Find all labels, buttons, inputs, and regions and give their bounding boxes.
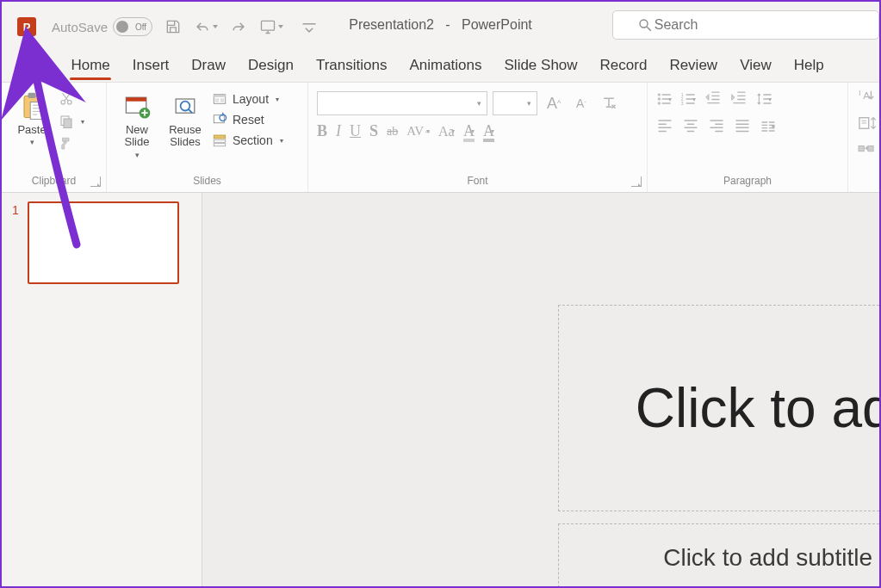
tab-transitions[interactable]: Transitions: [305, 52, 399, 82]
format-painter-button[interactable]: [59, 136, 84, 152]
undo-button[interactable]: [194, 18, 218, 35]
tab-design[interactable]: Design: [237, 52, 305, 82]
align-left-button[interactable]: [656, 117, 673, 136]
columns-button[interactable]: ▾: [760, 119, 775, 134]
search-input[interactable]: [655, 17, 878, 33]
save-icon[interactable]: [164, 18, 182, 35]
reset-button[interactable]: Reset: [212, 112, 283, 127]
svg-rect-19: [220, 98, 225, 102]
tab-home[interactable]: Home: [59, 52, 121, 82]
title-placeholder[interactable]: Click to add: [558, 305, 879, 511]
workspace: 1 Click to add Click to add subtitle: [2, 193, 879, 586]
autosave-toggle[interactable]: Off: [113, 17, 152, 36]
subtitle-placeholder[interactable]: Click to add subtitle: [558, 523, 879, 586]
layout-icon: [212, 91, 227, 107]
grow-font-button[interactable]: A^: [543, 92, 565, 115]
tab-record[interactable]: Record: [589, 52, 659, 82]
svg-rect-4: [28, 93, 36, 98]
svg-line-2: [647, 27, 651, 31]
tab-draw[interactable]: Draw: [180, 52, 237, 82]
paste-button[interactable]: Paste ▾: [10, 88, 53, 160]
change-case-button[interactable]: Aa ▾: [438, 124, 455, 139]
font-name-combo[interactable]: ▾: [317, 91, 487, 115]
new-slide-label: New Slide: [115, 124, 158, 149]
numbering-button[interactable]: 123▾: [680, 91, 696, 107]
search-icon: [637, 17, 653, 33]
svg-point-1: [640, 20, 648, 28]
italic-button[interactable]: I: [336, 122, 341, 140]
dialog-launcher-icon[interactable]: [90, 176, 101, 187]
align-right-button[interactable]: [708, 117, 725, 136]
font-color-button[interactable]: A ▾: [483, 122, 494, 140]
paragraph-extra-column: IA: [848, 83, 879, 192]
align-left-icon: [656, 117, 673, 133]
font-size-combo[interactable]: ▾: [493, 91, 537, 115]
svg-point-26: [658, 102, 661, 105]
tab-animations[interactable]: Animations: [398, 52, 493, 82]
tab-file[interactable]: File: [14, 52, 59, 82]
svg-rect-23: [214, 144, 226, 146]
slide-thumbnail-1[interactable]: [28, 201, 179, 284]
thumbnail-index: 1: [12, 201, 28, 217]
slide-editor-pane[interactable]: Click to add Click to add subtitle: [202, 193, 879, 586]
scissors-icon: [59, 91, 74, 107]
reuse-slides-button[interactable]: Reuse Slides: [164, 88, 207, 160]
paintbrush-icon: [59, 136, 74, 152]
shrink-font-button[interactable]: Aˇ: [570, 92, 593, 115]
svg-rect-5: [30, 102, 42, 120]
text-highlight-button[interactable]: A ▾: [463, 122, 475, 140]
section-button[interactable]: Section▾: [212, 133, 283, 148]
underline-button[interactable]: U: [350, 122, 361, 140]
align-center-icon: [682, 117, 699, 133]
group-label-paragraph: Paragraph: [656, 175, 839, 190]
align-right-icon: [708, 117, 725, 133]
svg-rect-20: [214, 115, 224, 123]
text-direction-button[interactable]: IA: [857, 88, 876, 108]
layout-label: Layout: [233, 92, 269, 106]
convert-smartart-button[interactable]: [857, 141, 876, 160]
bold-button[interactable]: B: [317, 122, 327, 140]
thumbnail-pane[interactable]: 1: [2, 193, 202, 586]
shadow-button[interactable]: S: [369, 122, 378, 140]
svg-rect-22: [214, 139, 226, 142]
new-slide-button[interactable]: New Slide ▾: [115, 88, 158, 160]
tab-view[interactable]: View: [729, 52, 783, 82]
copy-button[interactable]: ▾: [59, 114, 84, 129]
cut-button[interactable]: [59, 91, 84, 107]
strikethrough-button[interactable]: ab: [387, 125, 398, 139]
document-title[interactable]: Presentation2 - PowerPoint: [337, 12, 544, 38]
section-label: Section: [233, 133, 273, 147]
ribbon-panel-home: Paste ▾ ▾ Clipboard New Slide ▾ Reuse S: [2, 83, 879, 193]
bullets-button[interactable]: ▾: [656, 91, 672, 107]
svg-point-25: [658, 98, 661, 101]
svg-rect-9: [64, 119, 71, 128]
group-label-clipboard: Clipboard: [10, 175, 97, 190]
tab-help[interactable]: Help: [783, 52, 835, 82]
tab-insert[interactable]: Insert: [121, 52, 181, 82]
align-vertical-button[interactable]: [857, 115, 876, 134]
thumbnail-row-1[interactable]: 1: [2, 201, 202, 284]
reset-icon: [212, 112, 227, 127]
chevron-down-icon: ▾: [30, 138, 34, 146]
group-label-font: Font: [317, 175, 638, 190]
tab-slideshow[interactable]: Slide Show: [493, 52, 589, 82]
layout-button[interactable]: Layout▾: [212, 91, 283, 107]
svg-rect-21: [214, 135, 226, 139]
line-spacing-button[interactable]: ▾: [756, 91, 772, 107]
title-placeholder-text: Click to add: [636, 376, 879, 440]
search-box[interactable]: [612, 10, 879, 40]
slideshow-from-beginning-button[interactable]: [259, 18, 283, 35]
char-spacing-button[interactable]: AV↔▾: [406, 124, 430, 139]
qat-overflow-icon[interactable]: [301, 18, 318, 35]
decrease-indent-button[interactable]: [704, 90, 722, 108]
dialog-launcher-icon[interactable]: [631, 176, 642, 187]
increase-indent-button[interactable]: [730, 90, 748, 108]
tab-review[interactable]: Review: [658, 52, 729, 82]
align-center-button[interactable]: [682, 117, 699, 136]
justify-button[interactable]: [734, 117, 751, 136]
clear-formatting-button[interactable]: [598, 92, 620, 115]
new-slide-icon: [121, 91, 152, 122]
redo-button[interactable]: [230, 18, 247, 35]
copy-icon: [59, 114, 74, 129]
svg-rect-17: [214, 95, 226, 97]
